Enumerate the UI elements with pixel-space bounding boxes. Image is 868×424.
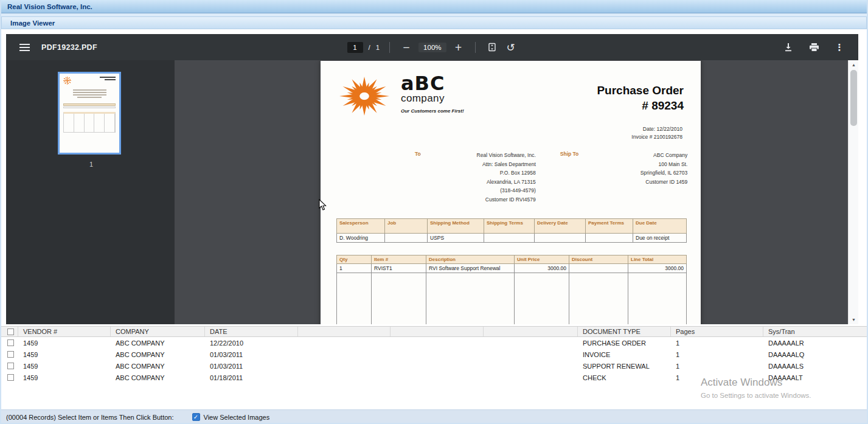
address-line: 100 Main St. (593, 160, 687, 169)
records-count-text: (00004 Records) Select Item or Items The… (6, 414, 174, 421)
fit-to-page-icon[interactable] (485, 41, 499, 54)
cell-sys-tran: DAAAAALQ (763, 351, 868, 358)
table-cell (337, 273, 372, 325)
view-selected-checkbox[interactable]: ✓ (192, 413, 200, 421)
toolbar-divider (389, 42, 390, 53)
record-row[interactable]: 1459 ABC COMPANY 12/22/2010 PURCHASE ORD… (0, 337, 868, 349)
scroll-up-icon[interactable]: ▲ (849, 60, 859, 69)
cell-document-type: SUPPORT RENEWAL (578, 363, 671, 370)
row-checkbox[interactable] (7, 374, 14, 381)
address-line: (318-449-4579) (436, 186, 536, 195)
watermark-line: Go to Settings to activate Windows. (701, 392, 811, 399)
menu-icon[interactable] (19, 42, 30, 53)
po-invoice-number: Invoice # 2100192678 (321, 133, 682, 141)
shipping-info-table: Salesperson Job Shipping Method Shipping… (336, 218, 687, 243)
image-viewer-header: Image Viewer (1, 16, 867, 29)
zoom-out-button[interactable]: − (400, 41, 413, 54)
table-cell (385, 234, 428, 243)
table-header-cell: Description (426, 255, 515, 264)
table-cell (569, 273, 628, 325)
pdf-toolbar-center: 1 / 1 − 100% + ↺ (347, 34, 517, 60)
po-date: Date: 12/22/2010 (321, 125, 682, 133)
row-checkbox[interactable] (7, 363, 14, 369)
table-header-cell: Salesperson (337, 219, 385, 234)
thumbnail-sketch (63, 103, 116, 106)
cell-date: 12/22/2010 (205, 339, 298, 347)
abc-logo-sunburst-icon (338, 74, 391, 118)
thumbnail-panel: 1 (6, 60, 175, 324)
cell-company: ABC COMPANY (111, 339, 205, 347)
records-grid: VENDOR # COMPANY DATE DOCUMENT TYPE Page… (0, 326, 868, 383)
pdf-page: aBC company Our Customers come First! Pu… (321, 61, 701, 324)
page-total: 1 (376, 44, 380, 51)
address-line: Real Vision Software, Inc. (436, 151, 536, 160)
download-icon[interactable] (782, 41, 795, 54)
table-cell (569, 264, 628, 273)
row-checkbox[interactable] (7, 351, 14, 358)
page-thumbnail[interactable] (58, 72, 121, 155)
cell-pages: 1 (671, 374, 763, 381)
address-line: ABC Company (593, 151, 687, 160)
company-brand: aBC company Our Customers come First! (401, 74, 464, 118)
view-selected-images-control: ✓ View Selected Images (192, 413, 270, 421)
table-row: 1 RVIST1 RVI Software Support Renewal 30… (337, 264, 687, 273)
cell-date: 01/03/2011 (205, 351, 298, 358)
window-title-bar: Real Vision Software, Inc. (0, 0, 868, 13)
table-cell: USPS (428, 234, 484, 243)
table-row (337, 273, 687, 325)
row-checkbox-cell (0, 339, 18, 346)
zoom-level-input[interactable]: 100% (418, 43, 446, 52)
row-checkbox-cell (0, 351, 18, 358)
ship-to-label: Ship To (560, 151, 579, 204)
scrollbar-thumb[interactable] (850, 70, 857, 126)
page-number-input[interactable]: 1 (347, 42, 363, 53)
more-options-icon[interactable]: ⋮ (833, 41, 846, 54)
cell-document-type: INVOICE (578, 351, 671, 358)
window-title: Real Vision Software, Inc. (7, 3, 92, 10)
brand-tagline: Our Customers come First! (401, 108, 464, 114)
ship-to-address: ABC Company 100 Main St. Springfield, IL… (593, 151, 687, 204)
table-row: D. Woodring USPS Due on receipt (337, 234, 687, 243)
to-label: To (415, 151, 421, 204)
table-header-cell: Delivery Date (535, 219, 586, 234)
table-cell: 3000.00 (628, 264, 687, 273)
table-cell: RVI Software Support Renewal (426, 264, 515, 273)
table-header-cell: Unit Price (515, 255, 569, 264)
pdf-page-area[interactable]: aBC company Our Customers come First! Pu… (175, 60, 848, 324)
table-cell (372, 273, 426, 325)
document-meta: Date: 12/22/2010 Invoice # 2100192678 (321, 125, 701, 141)
select-all-checkbox[interactable] (7, 328, 14, 335)
thumbnail-sketch (63, 77, 116, 85)
print-icon[interactable] (807, 41, 821, 54)
table-cell: D. Woodring (337, 234, 385, 243)
table-cell (628, 273, 687, 325)
table-cell: Due on receipt (633, 234, 687, 243)
table-cell (586, 234, 633, 243)
cell-pages: 1 (671, 351, 763, 358)
brand-name: aBC (401, 74, 464, 92)
address-line: Springfield, IL 62703 (593, 169, 687, 178)
cell-date: 01/18/2011 (205, 374, 298, 381)
table-header-cell: Payment Terms (586, 219, 633, 234)
table-header-cell: Due Date (633, 219, 687, 234)
toolbar-divider (475, 42, 476, 53)
row-checkbox[interactable] (7, 339, 14, 346)
document-header: aBC company Our Customers come First! Pu… (321, 61, 701, 118)
pdf-filename: PDF19232.PDF (41, 43, 97, 52)
record-row[interactable]: 1459 ABC COMPANY 01/03/2011 INVOICE 1 DA… (0, 349, 868, 360)
scroll-down-icon[interactable]: ▼ (849, 315, 859, 324)
record-row[interactable]: 1459 ABC COMPANY 01/03/2011 SUPPORT RENE… (0, 360, 868, 372)
rotate-icon[interactable]: ↺ (504, 41, 518, 54)
column-header-blank (391, 327, 484, 336)
column-header-document-type: DOCUMENT TYPE (578, 327, 671, 336)
address-line: P.O. Box 12958 (436, 169, 536, 178)
zoom-in-button[interactable]: + (452, 41, 465, 54)
column-header-sys-tran: Sys/Tran (763, 327, 868, 336)
cell-sys-tran: DAAAAALS (763, 363, 868, 370)
table-header-cell: Discount (569, 255, 628, 264)
table-cell (484, 234, 535, 243)
pdf-scrollbar[interactable]: ▲ ▼ (848, 60, 858, 324)
pdf-toolbar-right: ⋮ (782, 41, 858, 54)
record-row[interactable]: 1459 ABC COMPANY 01/18/2011 CHECK 1 DAAA… (0, 372, 868, 383)
purchase-order-heading: Purchase Order # 89234 (597, 74, 684, 118)
